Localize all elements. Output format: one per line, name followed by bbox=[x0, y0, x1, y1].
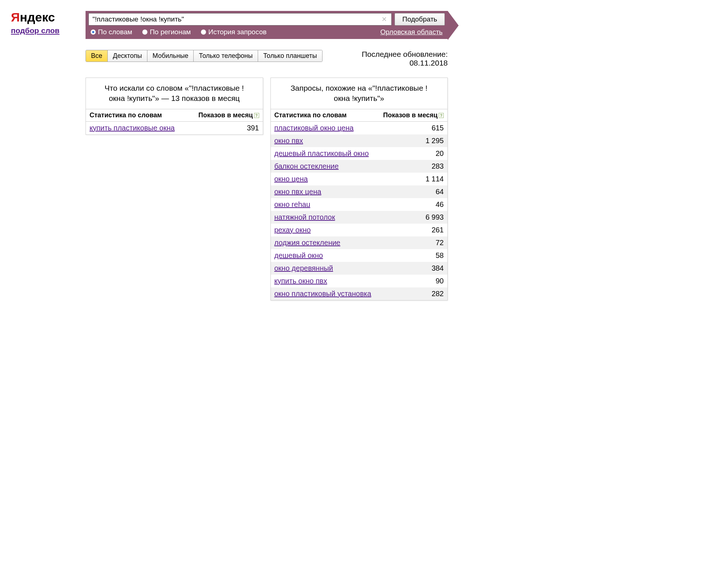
col-impressions: Показов в месяц? bbox=[378, 109, 447, 121]
logo[interactable]: Яндекс bbox=[11, 11, 75, 23]
right-panel: Запросы, похожие на «"!пластиковые !окна… bbox=[270, 78, 448, 301]
keyword-link[interactable]: окно пластиковый установка bbox=[274, 290, 371, 298]
impressions-value: 615 bbox=[378, 121, 447, 134]
segment-btn-4[interactable]: Только планшеты bbox=[258, 50, 322, 62]
clear-icon[interactable]: ✕ bbox=[381, 15, 388, 23]
table-row: окно пластиковый установка282 bbox=[271, 287, 448, 300]
right-panel-title: Запросы, похожие на «"!пластиковые !окна… bbox=[271, 78, 448, 109]
radio-label: По регионам bbox=[150, 28, 191, 36]
impressions-value: 64 bbox=[378, 185, 447, 198]
device-segments: ВсеДесктопыМобильныеТолько телефоныТольк… bbox=[86, 50, 323, 62]
table-row: окно цена1 114 bbox=[271, 173, 448, 185]
search-bar: ✕ Подобрать По словамПо регионамИстория … bbox=[86, 11, 448, 39]
table-row: окно пвх цена64 bbox=[271, 185, 448, 198]
impressions-value: 6 993 bbox=[378, 211, 447, 224]
keyword-link[interactable]: окно rehau bbox=[274, 200, 310, 208]
help-icon[interactable]: ? bbox=[439, 113, 444, 118]
impressions-value: 282 bbox=[378, 287, 447, 300]
segment-btn-1[interactable]: Десктопы bbox=[108, 50, 147, 62]
impressions-value: 283 bbox=[378, 160, 447, 173]
table-row: окно деревянный384 bbox=[271, 262, 448, 275]
radio-1[interactable]: По регионам bbox=[142, 28, 191, 36]
update-date: 08.11.2018 bbox=[362, 59, 448, 67]
search-input-wrap: ✕ bbox=[88, 13, 392, 25]
impressions-value: 261 bbox=[378, 224, 447, 236]
table-row: пластиковый окно цена615 bbox=[271, 121, 448, 134]
search-button[interactable]: Подобрать bbox=[395, 13, 445, 25]
keyword-link[interactable]: окно пвх цена bbox=[274, 188, 321, 196]
logo-rest: ндекс bbox=[20, 10, 55, 24]
impressions-value: 1 295 bbox=[378, 134, 447, 147]
col-stat: Статистика по словам bbox=[86, 109, 188, 121]
radio-0[interactable]: По словам bbox=[91, 28, 132, 36]
logo-letter-y: Я bbox=[11, 10, 20, 24]
table-row: натяжной потолок6 993 bbox=[271, 211, 448, 224]
impressions-value: 58 bbox=[378, 249, 447, 262]
left-panel-title: Что искали со словом «"!пластиковые !окн… bbox=[86, 78, 263, 109]
table-row: купить пластиковые окна391 bbox=[86, 121, 263, 134]
keyword-link[interactable]: окно цена bbox=[274, 175, 308, 183]
radio-label: История запросов bbox=[208, 28, 266, 36]
keyword-link[interactable]: купить пластиковые окна bbox=[90, 124, 175, 132]
region-link[interactable]: Орловская область bbox=[380, 28, 443, 36]
impressions-value: 1 114 bbox=[378, 173, 447, 185]
search-input[interactable] bbox=[92, 15, 381, 23]
table-row: балкон остекление283 bbox=[271, 160, 448, 173]
update-label: Последнее обновление: bbox=[362, 50, 448, 59]
impressions-value: 384 bbox=[378, 262, 447, 275]
radio-dot-icon bbox=[201, 30, 206, 35]
keyword-link[interactable]: балкон остекление bbox=[274, 162, 339, 170]
keyword-link[interactable]: купить окно пвх bbox=[274, 277, 327, 285]
impressions-value: 90 bbox=[378, 275, 447, 287]
help-icon[interactable]: ? bbox=[254, 113, 259, 118]
radio-2[interactable]: История запросов bbox=[201, 28, 266, 36]
table-row: купить окно пвх90 bbox=[271, 275, 448, 287]
table-row: лоджия остекление72 bbox=[271, 236, 448, 249]
impressions-value: 72 bbox=[378, 236, 447, 249]
keyword-link[interactable]: окно деревянный bbox=[274, 264, 333, 272]
keyword-link[interactable]: натяжной потолок bbox=[274, 213, 335, 221]
radio-dot-icon bbox=[142, 30, 147, 35]
update-info: Последнее обновление: 08.11.2018 bbox=[362, 50, 448, 67]
keyword-link[interactable]: рехау окно bbox=[274, 226, 311, 234]
table-row: окно пвх1 295 bbox=[271, 134, 448, 147]
segment-btn-0[interactable]: Все bbox=[86, 50, 108, 62]
impressions-value: 46 bbox=[378, 198, 447, 211]
keyword-link[interactable]: дешевый окно bbox=[274, 251, 323, 259]
keyword-link[interactable]: окно пвх bbox=[274, 137, 303, 145]
table-row: окно rehau46 bbox=[271, 198, 448, 211]
radio-dot-icon bbox=[91, 30, 96, 35]
impressions-value: 20 bbox=[378, 147, 447, 160]
impressions-value: 391 bbox=[188, 121, 263, 134]
keyword-link[interactable]: пластиковый окно цена bbox=[274, 124, 354, 132]
col-stat: Статистика по словам bbox=[271, 109, 378, 121]
keyword-link[interactable]: лоджия остекление bbox=[274, 239, 340, 247]
segment-btn-3[interactable]: Только телефоны bbox=[194, 50, 258, 62]
subtitle-link[interactable]: подбор слов bbox=[11, 26, 60, 35]
table-row: рехау окно261 bbox=[271, 224, 448, 236]
segment-btn-2[interactable]: Мобильные bbox=[147, 50, 194, 62]
table-row: дешевый пластиковый окно20 bbox=[271, 147, 448, 160]
left-panel: Что искали со словом «"!пластиковые !окн… bbox=[86, 78, 263, 135]
table-row: дешевый окно58 bbox=[271, 249, 448, 262]
radio-label: По словам bbox=[98, 28, 132, 36]
keyword-link[interactable]: дешевый пластиковый окно bbox=[274, 149, 369, 157]
col-impressions: Показов в месяц? bbox=[188, 109, 263, 121]
